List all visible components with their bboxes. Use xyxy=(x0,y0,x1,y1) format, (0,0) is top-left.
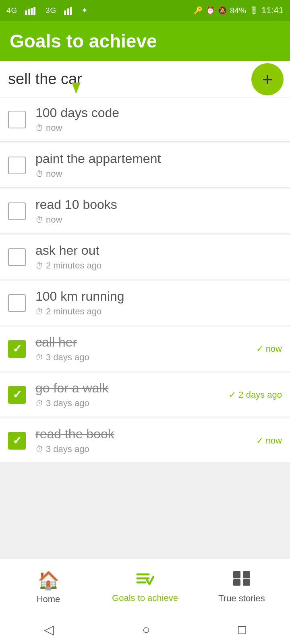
app-nav: 🏠Home Goals to achieve True stories xyxy=(0,559,290,615)
goals-icon xyxy=(136,571,154,590)
svg-rect-3 xyxy=(33,7,35,15)
goal-time: ⏱ 2 minutes ago xyxy=(35,306,282,317)
nav-item-home[interactable]: 🏠Home xyxy=(0,559,97,615)
goal-content: read the book⏱ 3 days ago xyxy=(35,427,246,454)
list-item: go for a walk⏱ 3 days ago✓ 2 days ago xyxy=(0,373,290,417)
nav-item-goals[interactable]: Goals to achieve xyxy=(97,559,193,615)
list-item: 100 days code⏱ now xyxy=(0,97,290,142)
goal-time: ⏱ 3 days ago xyxy=(35,398,219,409)
goal-completed-time: ✓ now xyxy=(256,436,282,446)
list-item: paint the appartement⏱ now xyxy=(0,143,290,188)
goal-time: ⏱ 3 days ago xyxy=(35,444,246,454)
home-icon: 🏠 xyxy=(37,570,60,591)
clock-icon: ⏱ xyxy=(35,445,44,454)
goal-title: 100 km running xyxy=(35,289,282,304)
goal-title: go for a walk xyxy=(35,381,219,396)
goal-content: ask her out⏱ 2 minutes ago xyxy=(35,243,282,271)
clock-icon: ⏰ xyxy=(206,6,215,15)
goal-content: 100 km running⏱ 2 minutes ago xyxy=(35,289,282,317)
clock-icon: ⏱ xyxy=(35,124,44,133)
stories-icon xyxy=(232,570,251,590)
goal-list: 100 days code⏱ nowpaint the appartement⏱… xyxy=(0,97,290,463)
nav-label-goals: Goals to achieve xyxy=(112,593,178,603)
goal-title: call her xyxy=(35,335,246,350)
recent-button[interactable]: □ xyxy=(238,622,246,637)
list-item: read the book⏱ 3 days ago✓ now xyxy=(0,419,290,463)
clock-icon: ⏱ xyxy=(35,353,44,362)
checkbox[interactable] xyxy=(8,386,26,404)
nav-item-stories[interactable]: True stories xyxy=(193,559,290,615)
checkbox[interactable] xyxy=(8,294,26,312)
clock-icon: ⏱ xyxy=(35,169,44,179)
svg-rect-6 xyxy=(70,7,72,15)
checkbox[interactable] xyxy=(8,248,26,266)
nav-label-home: Home xyxy=(37,594,60,605)
page-title: Goals to achieve xyxy=(10,30,157,52)
svg-rect-10 xyxy=(233,571,240,578)
goal-title: paint the appartement xyxy=(35,151,282,166)
status-right: 🔑 ⏰ 🔕 84% 🔋 11:41 xyxy=(194,5,284,16)
svg-rect-4 xyxy=(64,10,66,15)
checkbox[interactable] xyxy=(8,157,26,174)
checkbox[interactable] xyxy=(8,111,26,128)
system-nav: ◁ ○ □ xyxy=(0,615,290,644)
app-header: Goals to achieve xyxy=(0,21,290,61)
home-button[interactable]: ○ xyxy=(142,622,150,637)
mute-icon: 🔕 xyxy=(218,6,227,15)
goal-title: ask her out xyxy=(35,243,282,258)
list-item: 100 km running⏱ 2 minutes ago xyxy=(0,281,290,325)
checkbox[interactable] xyxy=(8,202,26,220)
goal-completed-time: ✓ now xyxy=(256,344,282,354)
clock-icon: ⏱ xyxy=(35,307,44,316)
goal-time: ⏱ 2 minutes ago xyxy=(35,260,282,271)
goal-time: ⏱ now xyxy=(35,123,282,133)
list-item: call her⏱ 3 days ago✓ now xyxy=(0,327,290,371)
signal-icons: 4G 3G ✦ xyxy=(6,6,88,15)
list-item: ask her out⏱ 2 minutes ago xyxy=(0,235,290,279)
bottom-nav-wrapper: 🏠Home Goals to achieve True stories ◁ ○ … xyxy=(0,559,290,644)
clock-icon: ⏱ xyxy=(35,261,44,270)
clock-icon: ⏱ xyxy=(35,399,44,408)
goal-content: call her⏱ 3 days ago xyxy=(35,335,246,363)
add-button[interactable]: + xyxy=(251,63,284,95)
time: 11:41 xyxy=(261,5,284,16)
goal-time: ⏱ 3 days ago xyxy=(35,352,246,363)
clock-icon: ⏱ xyxy=(35,215,44,225)
svg-rect-0 xyxy=(25,10,27,15)
search-area: + xyxy=(0,61,290,97)
goal-title: 100 days code xyxy=(35,105,282,120)
svg-rect-12 xyxy=(233,579,240,586)
key-icon: 🔑 xyxy=(194,6,203,15)
battery-icon: 🔋 xyxy=(249,6,258,15)
goal-content: 100 days code⏱ now xyxy=(35,105,282,133)
goal-title: read 10 books xyxy=(35,197,282,212)
battery-percent: 84% xyxy=(230,6,246,15)
goal-title: read the book xyxy=(35,427,246,442)
checkbox[interactable] xyxy=(8,432,26,450)
status-bar: 4G 3G ✦ 🔑 ⏰ 🔕 84% 🔋 11:41 xyxy=(0,0,290,21)
checkbox[interactable] xyxy=(8,340,26,358)
goal-content: read 10 books⏱ now xyxy=(35,197,282,225)
goal-content: go for a walk⏱ 3 days ago xyxy=(35,381,219,409)
list-item: read 10 books⏱ now xyxy=(0,189,290,233)
svg-rect-1 xyxy=(28,9,30,15)
search-input[interactable] xyxy=(8,70,282,88)
svg-rect-11 xyxy=(243,571,250,578)
status-left: 4G 3G ✦ xyxy=(6,6,88,15)
svg-rect-5 xyxy=(67,8,69,15)
svg-rect-2 xyxy=(31,8,33,15)
nav-label-stories: True stories xyxy=(218,593,265,604)
goal-content: paint the appartement⏱ now xyxy=(35,151,282,179)
cursor-indicator xyxy=(72,83,81,94)
svg-rect-13 xyxy=(243,579,250,586)
back-button[interactable]: ◁ xyxy=(44,622,54,637)
goal-time: ⏱ now xyxy=(35,215,282,225)
goal-time: ⏱ now xyxy=(35,169,282,179)
goal-completed-time: ✓ 2 days ago xyxy=(229,390,282,400)
